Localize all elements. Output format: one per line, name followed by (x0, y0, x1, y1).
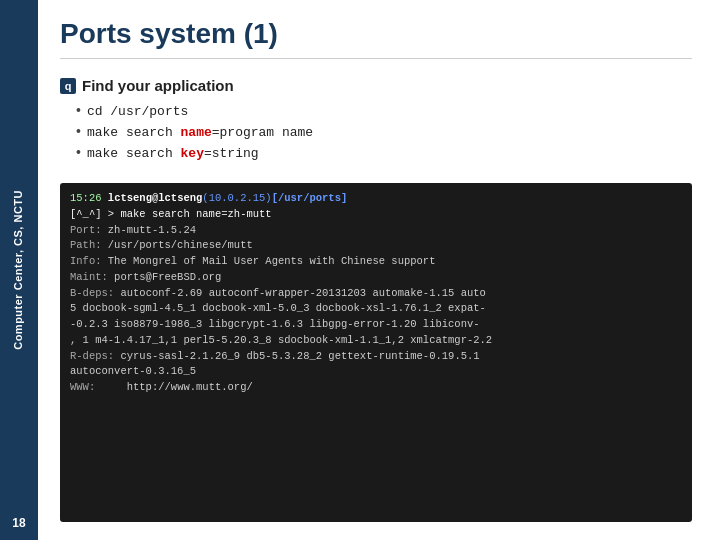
bullet-name-text: make search name=program name (87, 125, 313, 140)
section-heading: q Find your application (60, 77, 692, 94)
terminal-line-1: 15:26 lctseng@lctseng(10.0.2.15)[/usr/po… (70, 191, 682, 207)
section-heading-text: Find your application (82, 77, 234, 94)
terminal-line-6: Maint: ports@FreeBSD.org (70, 270, 682, 286)
bullet-key-text: make search key=string (87, 146, 259, 161)
find-application-section: q Find your application cd /usr/ports ma… (60, 77, 692, 171)
bullet-list: cd /usr/ports make search name=program n… (60, 102, 692, 161)
terminal-line-5: Info: The Mongrel of Mail User Agents wi… (70, 254, 682, 270)
terminal-line-10: , 1 m4-1.4.17_1,1 perl5-5.20.3_8 sdocboo… (70, 333, 682, 349)
terminal-line-8: 5 docbook-sgml-4.5_1 docbook-xml-5.0_3 d… (70, 301, 682, 317)
page-title: Ports system (1) (60, 18, 692, 59)
terminal-line-9: -0.2.3 iso8879-1986_3 libgcrypt-1.6.3 li… (70, 317, 682, 333)
terminal-line-7: B-deps: autoconf-2.69 autoconf-wrapper-2… (70, 286, 682, 302)
page-number: 18 (12, 516, 25, 530)
terminal-line-4: Path: /usr/ports/chinese/mutt (70, 238, 682, 254)
keyword-name: name (181, 125, 212, 140)
terminal-line-11: R-deps: cyrus-sasl-2.1.26_9 db5-5.3.28_2… (70, 349, 682, 365)
terminal-line-12: autoconvert-0.3.16_5 (70, 364, 682, 380)
terminal-block: 15:26 lctseng@lctseng(10.0.2.15)[/usr/po… (60, 183, 692, 522)
main-content: Ports system (1) q Find your application… (38, 0, 720, 540)
terminal-line-3: Port: zh-mutt-1.5.24 (70, 223, 682, 239)
sidebar-label: Computer Center, CS, NCTU (11, 190, 26, 350)
bullet-item-key: make search key=string (76, 144, 692, 161)
terminal-line-2: [^_^] > make search name=zh-mutt (70, 207, 682, 223)
keyword-key: key (181, 146, 204, 161)
sidebar: Computer Center, CS, NCTU 18 (0, 0, 38, 540)
bullet-item-cd: cd /usr/ports (76, 102, 692, 119)
terminal-line-13: WWW: http://www.mutt.org/ (70, 380, 682, 396)
bullet-item-name: make search name=program name (76, 123, 692, 140)
q-icon: q (60, 78, 76, 94)
bullet-cd-text: cd /usr/ports (87, 104, 188, 119)
